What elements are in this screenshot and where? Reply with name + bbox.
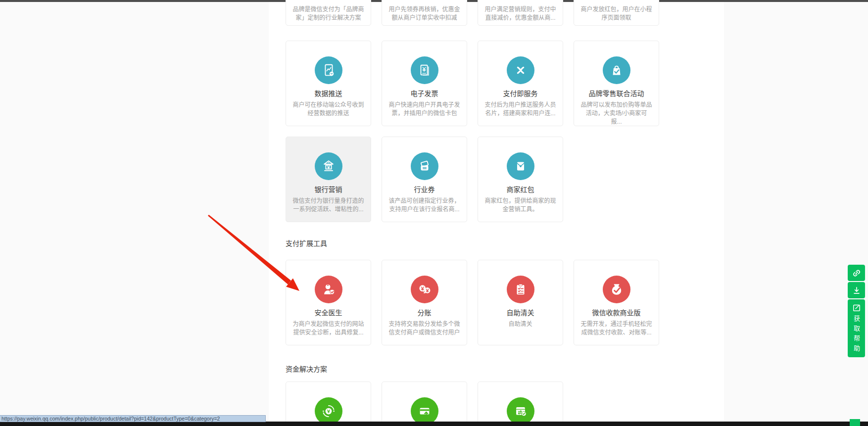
product-card-security-doctor[interactable]: 安全医生 为商户发起微信支付的网站提供安全诊断，出具修复... <box>286 260 371 345</box>
row-cut-top: 品牌是微信支付为「品牌商家」定制的行业解决方案 用户先领券再核销，优惠金额从商户… <box>286 0 659 26</box>
card-desc: 支付后为用户推送服务人员名片，搭建商家和用户连... <box>484 101 556 118</box>
card-desc: 微信支付为银行量身打造的一系列促活跃、增粘性的... <box>292 197 364 214</box>
card-title: 微信收款商业版 <box>580 308 652 317</box>
card-desc: 用户先领券再核销，优惠金额从商户订单实收中扣减 <box>388 5 460 22</box>
coin-cycle-icon <box>315 397 342 425</box>
card-title: 行业券 <box>388 185 460 194</box>
product-card-e-invoice[interactable]: 电子发票 商户快速向用户开具电子发票，并插用户的微信卡包 <box>382 41 467 126</box>
card-desc: 商户可在移动端公众号收到经营数据的推送 <box>292 101 364 118</box>
section-title-funds-solution: 资金解决方案 <box>286 364 327 374</box>
product-card-self-customs[interactable]: 自助清关 自助清关 <box>478 260 563 345</box>
product-card-funds-1[interactable] <box>286 381 371 426</box>
taskbar-green-badge <box>850 419 860 426</box>
wallet-check-icon <box>507 397 534 425</box>
card-desc: 品牌可以发布加价购等单品活动，大卖场/小商家可报... <box>580 101 652 126</box>
invoice-icon <box>411 56 438 84</box>
status-bar-url: https://pay.weixin.qq.com/index.php/publ… <box>0 415 266 422</box>
feedback-icon <box>852 303 862 313</box>
product-card-pay-as-service[interactable]: 支付即服务 支付后为用户推送服务人员名片，搭建商家和用户连... <box>478 41 563 126</box>
coupon-stack-icon <box>411 152 438 180</box>
bank-yuan-icon <box>315 152 342 180</box>
product-card-funds-2[interactable] <box>382 381 467 426</box>
card-title: 电子发票 <box>388 89 460 98</box>
floating-toolbar: 获取帮助 <box>848 265 865 357</box>
taskbar-strip <box>0 422 868 426</box>
get-help-button[interactable]: 获取帮助 <box>848 299 865 357</box>
row-marketing-2: 银行营销 微信支付为银行量身打造的一系列促活跃、增粘性的... 行业券 该产品可… <box>286 137 563 222</box>
card-title: 分账 <box>388 308 460 317</box>
shopping-bag-check-icon <box>603 56 630 84</box>
product-card-data-push[interactable]: 数据推送 商户可在移动端公众号收到经营数据的推送 <box>286 41 371 126</box>
card-title: 自助清关 <box>484 308 556 317</box>
product-card-discount[interactable]: 用户满足营销规则，支付中直接减价，优惠金额从商... <box>478 0 563 26</box>
card-desc: 为商户发起微信支付的网站提供安全诊断，出具修复... <box>292 320 364 337</box>
card-title: 数据推送 <box>292 89 364 98</box>
bank-card-up-icon <box>411 397 438 425</box>
card-title: 品牌零售联合活动 <box>580 89 652 98</box>
product-card-funds-3[interactable] <box>478 381 563 426</box>
product-card-industry-coupon[interactable]: 行业券 该产品可创建指定行业券，支持用户在该行业报名商... <box>382 137 467 222</box>
product-card-brand[interactable]: 品牌是微信支付为「品牌商家」定制的行业解决方案 <box>286 0 371 26</box>
row-pay-extension: 安全医生 为商户发起微信支付的网站提供安全诊断，出具修复... 分账 支持将交易… <box>286 260 659 345</box>
section-title-pay-extension: 支付扩展工具 <box>286 238 327 248</box>
card-desc: 无需开发，通过手机轻松完成微信支付收款、对账等... <box>580 320 652 337</box>
link-icon <box>852 268 862 278</box>
row-funds-solution <box>286 381 563 426</box>
card-desc: 支持将交易款分发给多个微信支付商户或微信支付用户 <box>388 320 460 337</box>
card-title: 银行营销 <box>292 185 364 194</box>
card-desc: 商户快速向用户开具电子发票，并插用户的微信卡包 <box>388 101 460 118</box>
card-desc: 用户满足营销规则，支付中直接减价，优惠金额从商... <box>484 5 556 22</box>
card-desc: 商家红包，提供给商家的现金营销工具。 <box>484 197 556 214</box>
download-icon <box>852 285 862 295</box>
security-doctor-icon <box>315 276 342 303</box>
profit-split-icon <box>411 276 438 303</box>
card-desc: 品牌是微信支付为「品牌商家」定制的行业解决方案 <box>292 5 364 22</box>
download-button[interactable] <box>848 282 865 298</box>
product-card-bank-marketing[interactable]: 银行营销 微信支付为银行量身打造的一系列促活跃、增粘性的... <box>286 137 371 222</box>
product-card-profit-split[interactable]: 分账 支持将交易款分发给多个微信支付商户或微信支付用户 <box>382 260 467 345</box>
card-desc: 自助清关 <box>484 320 556 329</box>
card-title: 商家红包 <box>484 185 556 194</box>
product-card-brand-retail[interactable]: 品牌零售联合活动 品牌可以发布加价购等单品活动，大卖场/小商家可报... <box>574 41 659 126</box>
product-card-wechat-collect-biz[interactable]: 微信收款商业版 无需开发，通过手机轻松完成微信支付收款、对账等... <box>574 260 659 345</box>
link-button[interactable] <box>848 265 865 281</box>
row-marketing-1: 数据推送 商户可在移动端公众号收到经营数据的推送 电子发票 商户快速向用户开具电… <box>286 41 659 126</box>
card-desc: 该产品可创建指定行业券，支持用户在该行业报名商... <box>388 197 460 214</box>
money-pouch-check-icon <box>603 276 630 303</box>
get-help-label: 获取帮助 <box>848 315 865 355</box>
card-title: 支付即服务 <box>484 89 556 98</box>
product-card-redpacket-mini[interactable]: 商户发放红包，用户在小程序页面领取 <box>574 0 659 26</box>
red-packet-icon <box>507 152 534 180</box>
page: 品牌是微信支付为「品牌商家」定制的行业解决方案 用户先领券再核销，优惠金额从商户… <box>0 0 868 426</box>
phone-chart-icon <box>315 56 342 84</box>
product-card-coupon-redeem[interactable]: 用户先领券再核销，优惠金额从商户订单实收中扣减 <box>382 0 467 26</box>
crossed-links-icon <box>507 56 534 84</box>
customs-clipboard-icon <box>507 276 534 303</box>
product-card-merchant-redpacket[interactable]: 商家红包 商家红包，提供给商家的现金营销工具。 <box>478 137 563 222</box>
card-title: 安全医生 <box>292 308 364 317</box>
card-desc: 商户发放红包，用户在小程序页面领取 <box>580 5 652 22</box>
